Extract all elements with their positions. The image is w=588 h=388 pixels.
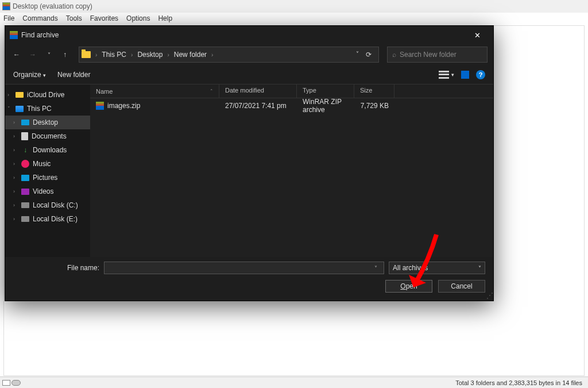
expand-icon[interactable]: › [13,147,15,153]
folder-icon [82,51,91,58]
crumb-desktop[interactable]: Desktop [135,51,165,59]
expand-icon[interactable]: › [13,133,15,139]
sidebar-item-label: iCloud Drive [27,91,64,99]
view-button[interactable]: ▾ [439,71,454,79]
list-view-icon [439,71,449,79]
expand-icon[interactable]: › [13,175,15,180]
sidebar-item-pictures[interactable]: ›Pictures [5,171,90,185]
chevron-right-icon[interactable]: › [166,52,170,58]
crumb-newfolder[interactable]: New folder [172,51,209,59]
sidebar-item-local-disk-e-[interactable]: ›Local Disk (E:) [5,212,90,226]
mus-icon [21,160,29,168]
newfolder-button[interactable]: New folder [57,71,90,79]
sidebar-item-label: Local Disk (E:) [33,215,78,223]
dialog-navbar: ← → ˅ ↑ › This PC › Desktop › New folder… [5,44,493,65]
sidebar-item-icloud-drive[interactable]: ›iCloud Drive [5,88,90,102]
sidebar-item-label: Documents [32,132,67,140]
dialog-body: ›iCloud Drive˅This PC›Desktop›Documents›… [5,84,493,257]
menu-help[interactable]: Help [158,14,172,22]
menu-options[interactable]: Options [126,14,150,22]
sidebar-item-downloads[interactable]: ›↓Downloads [5,143,90,157]
expand-icon[interactable]: ˅ [7,106,10,112]
resize-grip-icon[interactable]: ⋰ [486,291,492,299]
desk-icon [21,120,29,125]
file-dialog: Find archive ✕ ← → ˅ ↑ › This PC › Deskt… [5,25,494,301]
search-input[interactable]: ⌕ Search New folder [387,47,488,63]
expand-icon[interactable]: › [13,161,15,167]
dialog-title-text: Find archive [21,31,59,39]
pic-icon [21,175,29,181]
expand-icon[interactable]: › [13,189,15,194]
sidebar-item-music[interactable]: ›Music [5,157,90,171]
refresh-icon[interactable]: ⟳ [366,51,372,59]
expand-icon[interactable]: › [13,202,15,208]
help-icon[interactable]: ? [476,70,485,79]
dialog-icon [10,31,18,39]
sidebar[interactable]: ›iCloud Drive˅This PC›Desktop›Documents›… [5,84,90,257]
chevron-right-icon[interactable]: › [130,52,134,58]
chevron-right-icon[interactable]: › [94,52,98,58]
chevron-down-icon[interactable]: ˅ [371,265,380,271]
filter-text: All archives [393,264,428,272]
sidebar-item-videos[interactable]: ›Videos [5,185,90,198]
chevron-right-icon[interactable]: › [210,52,214,58]
organize-button[interactable]: Organize ▾ [13,71,46,79]
expand-icon[interactable]: › [13,120,15,125]
open-button[interactable]: Open [385,280,432,293]
main-titlebar: Desktop (evaluation copy) [0,0,588,13]
main-menubar[interactable]: File Commands Tools Favorites Options He… [0,13,588,24]
col-name[interactable]: Name˄ [90,84,219,98]
sidebar-item-desktop[interactable]: ›Desktop [5,116,90,129]
col-spacer [394,84,493,98]
forward-icon[interactable]: → [27,49,38,60]
file-type: WinRAR ZIP archive [297,98,354,114]
vid-icon [21,189,29,195]
dropdown-chevron-icon[interactable]: ˅ [356,51,359,59]
up-icon[interactable]: ↑ [59,49,71,60]
statusbar: Total 3 folders and 2,383,315 bytes in 1… [0,377,588,388]
archive-icon [96,102,104,110]
sidebar-item-documents[interactable]: ›Documents [5,129,90,143]
pc-icon [16,106,24,112]
dialog-toolbar: Organize ▾ New folder ▾ ? [5,65,493,84]
menu-favorites[interactable]: Favorites [90,14,118,22]
status-icons [0,380,23,386]
col-type[interactable]: Type [297,84,354,98]
main-title-text: Desktop (evaluation copy) [13,2,92,10]
col-size[interactable]: Size [354,84,394,98]
breadcrumb[interactable]: › This PC › Desktop › New folder › ˅ ⟳ [79,47,379,63]
col-date[interactable]: Date modified [219,84,297,98]
search-icon: ⌕ [392,51,396,59]
status-icon-2 [11,380,21,386]
disk-icon [21,216,29,222]
expand-icon[interactable]: › [7,92,9,98]
disk-icon [21,202,29,208]
preview-pane-icon[interactable] [461,71,469,79]
sidebar-item-this-pc[interactable]: ˅This PC [5,102,90,116]
filetype-filter[interactable]: All archives ˅ [389,262,485,274]
recent-chevron-icon[interactable]: ˅ [43,49,55,60]
menu-tools[interactable]: Tools [66,14,82,22]
sidebar-item-local-disk-c-[interactable]: ›Local Disk (C:) [5,198,90,212]
search-placeholder: Search New folder [400,51,457,59]
sidebar-item-label: Desktop [33,118,58,126]
back-icon[interactable]: ← [11,49,22,60]
sidebar-item-label: This PC [27,105,52,113]
menu-file[interactable]: File [3,14,14,22]
filename-input[interactable]: ˅ [104,262,384,274]
cloud-icon [16,92,24,98]
sidebar-item-label: Music [33,160,51,168]
close-icon[interactable]: ✕ [466,27,489,43]
expand-icon[interactable]: › [13,216,15,222]
crumb-this-pc[interactable]: This PC [99,51,129,59]
dialog-bottom: File name: ˅ All archives ˅ Open Cancel … [5,257,493,301]
sort-arrow-icon: ˄ [210,89,213,94]
file-row[interactable]: images.zip27/07/2021 7:41 pmWinRAR ZIP a… [90,98,493,113]
cancel-button[interactable]: Cancel [438,280,485,293]
status-text: Total 3 folders and 2,383,315 bytes in 1… [455,379,588,386]
winrar-icon [2,2,10,10]
menu-commands[interactable]: Commands [22,14,57,22]
chevron-down-icon: ˅ [478,265,481,271]
status-icon-1 [2,380,10,386]
file-name: images.zip [107,102,140,110]
